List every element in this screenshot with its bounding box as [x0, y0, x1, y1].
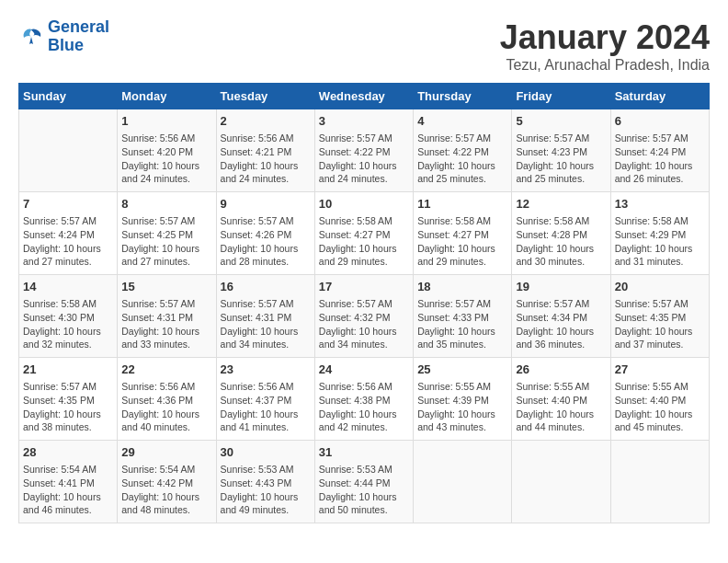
day-number: 21: [23, 362, 113, 378]
calendar-cell: 26Sunrise: 5:55 AMSunset: 4:40 PMDayligh…: [512, 358, 610, 441]
calendar-cell: 4Sunrise: 5:57 AMSunset: 4:22 PMDaylight…: [414, 109, 512, 192]
sunset-text: Sunset: 4:43 PM: [221, 477, 311, 490]
sunset-text: Sunset: 4:32 PM: [319, 311, 409, 325]
calendar-cell: [414, 441, 512, 523]
day-info: Sunrise: 5:57 AMSunset: 4:24 PMDaylight:…: [23, 214, 113, 269]
daylight-text: Daylight: 10 hours: [121, 159, 211, 173]
day-number: 19: [516, 279, 606, 295]
day-info: Sunrise: 5:55 AMSunset: 4:39 PMDaylight:…: [417, 380, 507, 434]
day-number: 13: [615, 196, 705, 213]
day-info: Sunrise: 5:54 AMSunset: 4:42 PMDaylight:…: [121, 463, 211, 517]
sunrise-text: Sunrise: 5:55 AM: [417, 380, 507, 394]
calendar-cell: 9Sunrise: 5:57 AMSunset: 4:26 PMDaylight…: [216, 192, 314, 275]
sunset-text: Sunset: 4:44 PM: [319, 477, 409, 490]
daylight-text: and 49 minutes.: [221, 503, 311, 517]
calendar-cell: 14Sunrise: 5:58 AMSunset: 4:30 PMDayligh…: [19, 275, 118, 358]
day-number: 20: [615, 279, 705, 295]
day-number: 11: [417, 196, 507, 213]
day-info: Sunrise: 5:56 AMSunset: 4:21 PMDaylight:…: [221, 132, 311, 186]
day-number: 27: [615, 362, 705, 378]
daylight-text: and 43 minutes.: [417, 420, 507, 434]
daylight-text: and 50 minutes.: [319, 503, 409, 517]
calendar-week-row: 21Sunrise: 5:57 AMSunset: 4:35 PMDayligh…: [19, 358, 710, 441]
sunset-text: Sunset: 4:31 PM: [121, 311, 211, 325]
sunset-text: Sunset: 4:36 PM: [121, 394, 211, 408]
day-number: 22: [121, 362, 211, 378]
daylight-text: and 32 minutes.: [23, 338, 113, 351]
daylight-text: Daylight: 10 hours: [319, 325, 409, 339]
day-info: Sunrise: 5:57 AMSunset: 4:31 PMDaylight:…: [221, 297, 311, 351]
day-number: 24: [319, 362, 409, 378]
daylight-text: and 42 minutes.: [319, 420, 409, 434]
calendar-week-row: 1Sunrise: 5:56 AMSunset: 4:20 PMDaylight…: [19, 109, 710, 192]
calendar-cell: [610, 441, 709, 523]
daylight-text: Daylight: 10 hours: [221, 325, 311, 339]
calendar-cell: 12Sunrise: 5:58 AMSunset: 4:28 PMDayligh…: [512, 192, 610, 275]
sunset-text: Sunset: 4:39 PM: [417, 394, 507, 408]
day-number: 3: [319, 113, 409, 130]
sunrise-text: Sunrise: 5:57 AM: [121, 214, 211, 228]
header-sunday: Sunday: [19, 84, 118, 109]
calendar-cell: 23Sunrise: 5:56 AMSunset: 4:37 PMDayligh…: [216, 358, 314, 441]
sunrise-text: Sunrise: 5:57 AM: [516, 297, 606, 311]
daylight-text: and 27 minutes.: [23, 255, 113, 269]
daylight-text: Daylight: 10 hours: [23, 490, 113, 504]
sunset-text: Sunset: 4:22 PM: [417, 145, 507, 159]
sunset-text: Sunset: 4:20 PM: [121, 145, 211, 159]
day-number: 1: [121, 113, 211, 130]
daylight-text: Daylight: 10 hours: [615, 325, 705, 339]
sunset-text: Sunset: 4:24 PM: [615, 145, 705, 159]
calendar-table: SundayMondayTuesdayWednesdayThursdayFrid…: [18, 83, 710, 523]
sunset-text: Sunset: 4:22 PM: [319, 145, 409, 159]
daylight-text: Daylight: 10 hours: [319, 490, 409, 504]
daylight-text: and 34 minutes.: [221, 338, 311, 351]
daylight-text: Daylight: 10 hours: [319, 159, 409, 173]
daylight-text: and 33 minutes.: [121, 338, 211, 351]
sunrise-text: Sunrise: 5:57 AM: [319, 132, 409, 145]
sunrise-text: Sunrise: 5:56 AM: [221, 380, 311, 394]
daylight-text: Daylight: 10 hours: [23, 242, 113, 256]
day-info: Sunrise: 5:56 AMSunset: 4:20 PMDaylight:…: [121, 132, 211, 186]
sunrise-text: Sunrise: 5:55 AM: [615, 380, 705, 394]
daylight-text: and 29 minutes.: [319, 255, 409, 269]
daylight-text: Daylight: 10 hours: [417, 325, 507, 339]
daylight-text: and 31 minutes.: [615, 255, 705, 269]
logo-text-general: General: [48, 18, 109, 37]
day-number: 31: [319, 444, 409, 461]
day-number: 6: [615, 113, 705, 130]
daylight-text: Daylight: 10 hours: [319, 408, 409, 421]
logo: General Blue: [18, 18, 109, 55]
sunrise-text: Sunrise: 5:57 AM: [121, 297, 211, 311]
sunrise-text: Sunrise: 5:58 AM: [417, 214, 507, 228]
day-info: Sunrise: 5:56 AMSunset: 4:36 PMDaylight:…: [121, 380, 211, 434]
day-info: Sunrise: 5:53 AMSunset: 4:43 PMDaylight:…: [221, 463, 311, 517]
calendar-cell: 17Sunrise: 5:57 AMSunset: 4:32 PMDayligh…: [314, 275, 413, 358]
daylight-text: Daylight: 10 hours: [516, 325, 606, 339]
daylight-text: and 24 minutes.: [319, 172, 409, 186]
daylight-text: Daylight: 10 hours: [121, 408, 211, 421]
sunset-text: Sunset: 4:40 PM: [516, 394, 606, 408]
calendar-cell: 24Sunrise: 5:56 AMSunset: 4:38 PMDayligh…: [314, 358, 413, 441]
daylight-text: Daylight: 10 hours: [121, 490, 211, 504]
daylight-text: Daylight: 10 hours: [417, 242, 507, 256]
daylight-text: Daylight: 10 hours: [615, 159, 705, 173]
calendar-cell: 18Sunrise: 5:57 AMSunset: 4:33 PMDayligh…: [414, 275, 512, 358]
daylight-text: Daylight: 10 hours: [221, 408, 311, 421]
day-number: 30: [221, 444, 311, 461]
sunrise-text: Sunrise: 5:56 AM: [121, 380, 211, 394]
sunset-text: Sunset: 4:33 PM: [417, 311, 507, 325]
calendar-cell: [19, 109, 118, 192]
calendar-cell: 5Sunrise: 5:57 AMSunset: 4:23 PMDaylight…: [512, 109, 610, 192]
sunrise-text: Sunrise: 5:57 AM: [319, 297, 409, 311]
daylight-text: Daylight: 10 hours: [615, 408, 705, 421]
day-number: 2: [221, 113, 311, 130]
daylight-text: Daylight: 10 hours: [23, 325, 113, 339]
calendar-cell: 3Sunrise: 5:57 AMSunset: 4:22 PMDaylight…: [314, 109, 413, 192]
sunrise-text: Sunrise: 5:57 AM: [23, 380, 113, 394]
day-info: Sunrise: 5:53 AMSunset: 4:44 PMDaylight:…: [319, 463, 409, 517]
header-monday: Monday: [118, 84, 216, 109]
sunset-text: Sunset: 4:27 PM: [417, 228, 507, 242]
calendar-cell: 22Sunrise: 5:56 AMSunset: 4:36 PMDayligh…: [118, 358, 216, 441]
day-number: 10: [319, 196, 409, 213]
day-number: 7: [23, 196, 113, 213]
